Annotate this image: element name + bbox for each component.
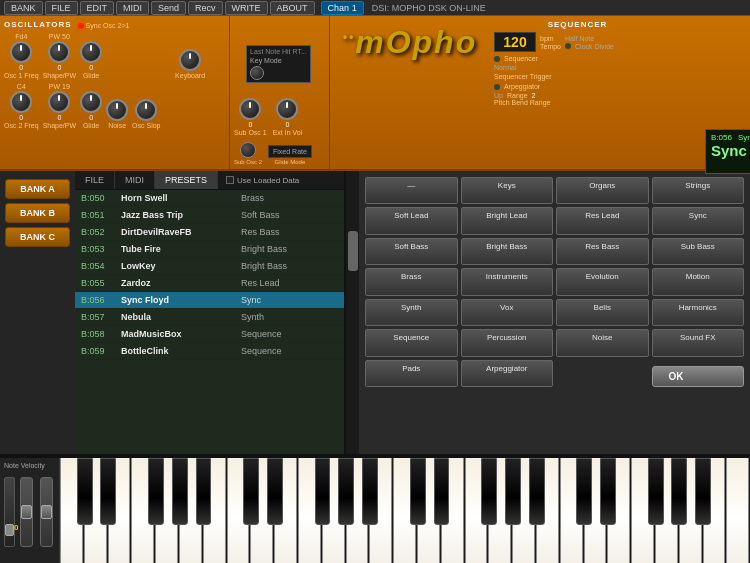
category-button-bright-lead[interactable]: Bright Lead [461,207,554,234]
black-key[interactable] [172,458,188,525]
black-key[interactable] [243,458,259,525]
pitch-wheel-thumb[interactable] [21,505,32,519]
keyboard-knob[interactable]: Keyboard [175,49,205,79]
osc2-shape-knob[interactable]: PW 19 0 Shape/PW [43,83,76,129]
category-button-sub-bass[interactable]: Sub Bass [652,238,745,265]
category-button-soft-lead[interactable]: Soft Lead [365,207,458,234]
pitch-wheel[interactable] [20,477,33,547]
menu-file[interactable]: FILE [45,1,78,15]
category-button-bells[interactable]: Bells [556,299,649,326]
bank-a-button[interactable]: BANK A [5,179,70,199]
black-key[interactable] [267,458,283,525]
preset-row[interactable]: B:053Tube FireBright Bass [75,241,344,258]
use-loaded-checkbox[interactable] [226,176,234,184]
velocity-slider[interactable]: 100 [4,477,15,547]
osc1-glide-knob[interactable]: 0 Glide [80,41,102,79]
preset-row[interactable]: B:050Horn SwellBrass [75,190,344,207]
category-button-arpeggiator[interactable]: Arpeggiator [461,360,554,387]
category-button-keys[interactable]: Keys [461,177,554,204]
category-button-—[interactable]: — [365,177,458,204]
category-button-strings[interactable]: Strings [652,177,745,204]
black-key[interactable] [315,458,331,525]
black-key[interactable] [338,458,354,525]
category-button-sync[interactable]: Sync [652,207,745,234]
key-mode-box[interactable]: Last Note Hit RT... Key Mode [246,45,311,83]
category-button-noise[interactable]: Noise [556,329,649,356]
preset-row[interactable]: B:052DirtDevilRaveFBRes Bass [75,224,344,241]
category-button-evolution[interactable]: Evolution [556,268,649,295]
menu-bank[interactable]: BANK [4,1,43,15]
category-button-res-lead[interactable]: Res Lead [556,207,649,234]
black-key[interactable] [434,458,450,525]
bank-b-button[interactable]: BANK B [5,203,70,223]
category-button-sound-fx[interactable]: Sound FX [652,329,745,356]
noise-knob[interactable]: Noise [106,99,128,129]
osc2-freq-knob[interactable]: C4 0 Osc 2 Freq [4,83,39,129]
category-button-brass[interactable]: Brass [365,268,458,295]
category-button-harmonics[interactable]: Harmonics [652,299,745,326]
sub-osc1-knob[interactable]: 0 Sub Osc 1 [234,98,267,136]
category-button-soft-bass[interactable]: Soft Bass [365,238,458,265]
black-key[interactable] [196,458,212,525]
preset-row[interactable]: B:056Sync FloydSync [75,292,344,309]
menu-midi[interactable]: MIDI [116,1,149,15]
logo: ••mOpho [343,24,477,61]
category-button-percussion[interactable]: Percussion [461,329,554,356]
black-key[interactable] [648,458,664,525]
menu-write[interactable]: WRITE [225,1,268,15]
black-key[interactable] [100,458,116,525]
black-key[interactable] [148,458,164,525]
bank-c-button[interactable]: BANK C [5,227,70,247]
category-button-bright-bass[interactable]: Bright Bass [461,238,554,265]
preset-row[interactable]: B:057NebulaSynth [75,309,344,326]
mod-wheel-thumb[interactable] [41,505,52,519]
category-button-sequence[interactable]: Sequence [365,329,458,356]
black-key[interactable] [529,458,545,525]
category-button-motion[interactable]: Motion [652,268,745,295]
velocity-thumb[interactable] [5,524,14,536]
preset-row[interactable]: B:054LowKeyBright Bass [75,258,344,275]
category-button-res-bass[interactable]: Res Bass [556,238,649,265]
menu-send[interactable]: Send [151,1,186,15]
black-key[interactable] [77,458,93,525]
scroll-area[interactable] [345,171,359,454]
category-button-instruments[interactable]: Instruments [461,268,554,295]
ext-in-knob[interactable]: 0 Ext In Vol [273,98,303,136]
preset-row[interactable]: B:055ZardozRes Lead [75,275,344,292]
black-key[interactable] [576,458,592,525]
mod-wheel[interactable] [40,477,53,547]
black-key[interactable] [671,458,687,525]
channel-badge[interactable]: Chan 1 [321,1,364,15]
black-key[interactable] [481,458,497,525]
osc-slop-knob[interactable]: Osc Slop [132,99,160,129]
tab-midi[interactable]: MIDI [115,171,155,189]
preset-row[interactable]: B:059BottleClinkSequence [75,343,344,360]
category-button-organs[interactable]: Organs [556,177,649,204]
key-mode-knob[interactable] [250,66,264,80]
browser-main: FILE MIDI PRESETS Use Loaded Data B:050H… [75,171,345,454]
tab-presets[interactable]: PRESETS [155,171,218,189]
osc1-shape-knob[interactable]: PW 50 0 Shape/PW [43,33,76,79]
category-button-vox[interactable]: Vox [461,299,554,326]
black-key[interactable] [362,458,378,525]
osc2-glide-knob[interactable]: 0 Glide [80,91,102,129]
black-key[interactable] [410,458,426,525]
black-key[interactable] [600,458,616,525]
use-loaded-data[interactable]: Use Loaded Data [226,171,299,189]
preset-row[interactable]: B:051Jazz Bass TripSoft Bass [75,207,344,224]
preset-row[interactable]: B:058MadMusicBoxSequence [75,326,344,343]
ok-button[interactable]: OK [652,366,745,387]
black-key[interactable] [505,458,521,525]
menu-about[interactable]: ABOUT [270,1,315,15]
category-button-pads[interactable]: Pads [365,360,458,387]
menu-recv[interactable]: Recv [188,1,223,15]
sub-osc2-small-knob[interactable] [240,142,256,158]
piano-keyboard[interactable] [60,458,750,563]
black-key[interactable] [695,458,711,525]
category-button-synth[interactable]: Synth [365,299,458,326]
osc1-freq-knob[interactable]: Fd4 0 Osc 1 Freq [4,33,39,79]
white-key[interactable] [726,458,749,563]
tab-file[interactable]: FILE [75,171,115,189]
scroll-thumb[interactable] [348,231,358,271]
menu-edit[interactable]: EDIT [80,1,115,15]
